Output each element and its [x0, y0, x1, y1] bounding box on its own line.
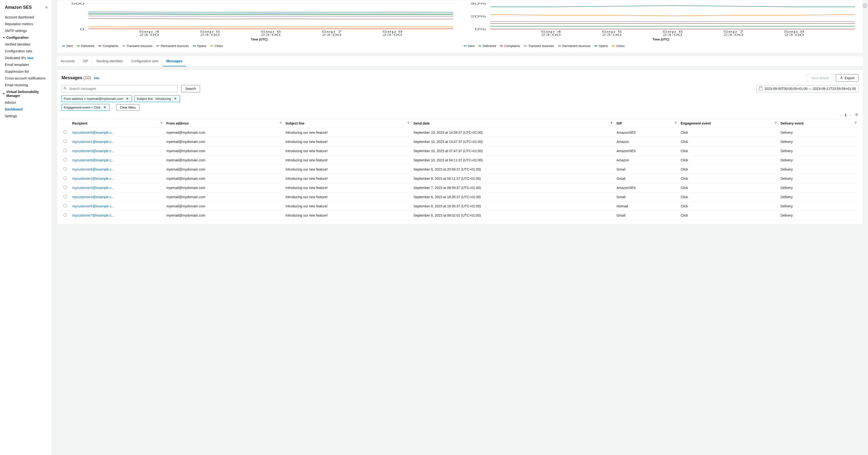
svg-text:0%: 0%: [475, 28, 486, 31]
cell-eng: Click: [679, 183, 778, 192]
sidebar-item[interactable]: SMTP settings: [2, 27, 50, 34]
tab-configuration-sets[interactable]: Configuration sets: [127, 56, 162, 66]
column-header[interactable]: ISP▽: [615, 119, 679, 128]
sidebar-item[interactable]: Advisor: [2, 99, 50, 106]
legend-item[interactable]: Permanent bounces: [156, 44, 189, 48]
close-icon[interactable]: ✕: [45, 6, 48, 9]
clear-filters-button[interactable]: Clear filters: [116, 104, 140, 111]
sort-icon[interactable]: ▼: [610, 121, 613, 124]
legend-item[interactable]: Permanent bounces: [558, 44, 590, 48]
rate-chart: 0%20%40%Sep 423:00Sep 523:00Sep 623:00Se…: [464, 3, 858, 37]
remove-filter-icon[interactable]: ✕: [102, 105, 107, 109]
next-page-icon[interactable]: ›: [850, 113, 851, 117]
prev-page-icon[interactable]: ‹: [840, 113, 841, 117]
cell-recipient[interactable]: mycustomer0@example.c...: [70, 146, 164, 156]
cell-del: Delivery: [779, 211, 859, 220]
cell-from: myemail@mydomain.com: [164, 137, 284, 146]
row-radio[interactable]: [63, 149, 67, 152]
x-axis-label: Time (UTC): [62, 37, 457, 41]
sort-icon[interactable]: ▽: [408, 121, 409, 124]
cell-recipient[interactable]: mycustomer9@example.c...: [70, 128, 164, 137]
cell-subject: Introducing our new feature!: [284, 137, 411, 146]
sidebar-item[interactable]: Configuration sets: [2, 48, 50, 55]
cell-recipient[interactable]: mycustomer6@example.c...: [70, 165, 164, 174]
column-header[interactable]: Subject line▽: [284, 119, 411, 128]
column-header[interactable]: Delivery event▽: [779, 119, 859, 128]
row-radio[interactable]: [63, 213, 67, 217]
date-range-picker[interactable]: 2023-09-05T00:00:00+01:00 — 2023-09-11T2…: [756, 85, 859, 92]
sort-icon[interactable]: ▽: [675, 121, 677, 124]
legend-item[interactable]: Transient bounces: [122, 44, 152, 48]
legend-item[interactable]: Sent: [464, 44, 475, 48]
export-label: Export: [845, 76, 855, 80]
view-details-button[interactable]: View details: [807, 74, 833, 82]
sort-icon[interactable]: ▽: [855, 121, 857, 124]
column-header[interactable]: Engagement event▽: [679, 119, 778, 128]
search-input[interactable]: [62, 85, 178, 92]
export-button[interactable]: Export: [836, 74, 859, 82]
remove-filter-icon[interactable]: ✕: [125, 97, 130, 100]
sort-icon[interactable]: ▽: [775, 121, 777, 124]
column-header[interactable]: Recipient▽: [70, 119, 164, 128]
sidebar-item[interactable]: Dashboard: [2, 106, 50, 113]
page-number: 1: [845, 113, 847, 117]
tab-sending-identities[interactable]: Sending identities: [92, 56, 127, 66]
row-radio[interactable]: [63, 158, 67, 161]
tab-messages[interactable]: Messages: [162, 56, 186, 66]
sidebar-item[interactable]: Cross-account notifications: [2, 75, 50, 82]
remove-filter-icon[interactable]: ✕: [173, 97, 178, 100]
cell-del: Delivery: [779, 146, 859, 156]
sort-icon[interactable]: ▽: [280, 121, 282, 124]
cell-eng: Click: [679, 137, 778, 146]
tab-isp[interactable]: ISP: [79, 56, 93, 66]
sidebar-item[interactable]: Dedicated IPsNew: [2, 55, 50, 61]
info-icon[interactable]: ⓘ: [863, 3, 867, 9]
sidebar-item[interactable]: Suppression list: [2, 68, 50, 75]
sidebar-item[interactable]: Account dashboard: [2, 14, 50, 21]
legend-item[interactable]: Opens: [193, 44, 206, 48]
legend-item[interactable]: Delivered: [478, 44, 496, 48]
cell-recipient[interactable]: mycustomer2@example.c...: [70, 174, 164, 183]
legend-item[interactable]: Complaints: [98, 44, 118, 48]
sidebar-item[interactable]: Email receiving: [2, 82, 50, 88]
legend-item[interactable]: Opens: [594, 44, 608, 48]
svg-text:23:00: 23:00: [382, 33, 402, 36]
cell-recipient[interactable]: mycustomer5@example.c...: [70, 202, 164, 211]
search-button[interactable]: Search: [181, 85, 200, 92]
sort-icon[interactable]: ▽: [161, 121, 162, 124]
nav-section-configuration[interactable]: Configuration: [2, 34, 50, 41]
legend-item[interactable]: Clicks: [210, 44, 223, 48]
nav-section-vdm[interactable]: Virtual Deliverability Manager: [2, 88, 50, 99]
svg-text:23:00: 23:00: [200, 33, 220, 36]
column-header[interactable]: Send date▼: [411, 119, 614, 128]
info-link[interactable]: Info: [94, 77, 99, 80]
row-radio[interactable]: [63, 130, 67, 134]
cell-recipient[interactable]: mycustomer1@example.c...: [70, 137, 164, 146]
row-radio[interactable]: [63, 167, 67, 171]
cell-recipient[interactable]: mycustomer4@example.c...: [70, 192, 164, 202]
column-header[interactable]: From address▽: [164, 119, 284, 128]
svg-text:Sep 4: Sep 4: [540, 30, 561, 33]
sidebar-item[interactable]: Verified identities: [2, 41, 50, 48]
sidebar-item[interactable]: Settings: [2, 113, 50, 119]
row-radio[interactable]: [63, 204, 67, 207]
sidebar-item[interactable]: Email templates: [2, 61, 50, 68]
row-radio[interactable]: [63, 176, 67, 180]
sidebar-item[interactable]: Reputation metrics: [2, 21, 50, 27]
legend-item[interactable]: Sent: [62, 44, 73, 48]
cell-recipient[interactable]: mycustomer7@example.c...: [70, 211, 164, 220]
row-radio[interactable]: [63, 140, 67, 143]
legend-item[interactable]: Delivered: [77, 44, 94, 48]
cell-recipient[interactable]: mycustomer8@example.c...: [70, 156, 164, 165]
row-radio[interactable]: [63, 186, 67, 189]
cell-recipient[interactable]: mycustomer3@example.c...: [70, 183, 164, 192]
legend-item[interactable]: Clicks: [612, 44, 625, 48]
legend-item[interactable]: Complaints: [500, 44, 520, 48]
gear-icon[interactable]: [855, 113, 859, 117]
legend-label: Transient bounces: [127, 44, 152, 48]
legend-item[interactable]: Transient bounces: [524, 44, 554, 48]
cell-send: September 8, 2023 at 20:59:37 (UTC+01:00…: [411, 165, 614, 174]
cell-eng: Click: [679, 128, 778, 137]
tab-accounts[interactable]: Accounts: [57, 56, 79, 66]
row-radio[interactable]: [63, 195, 67, 198]
